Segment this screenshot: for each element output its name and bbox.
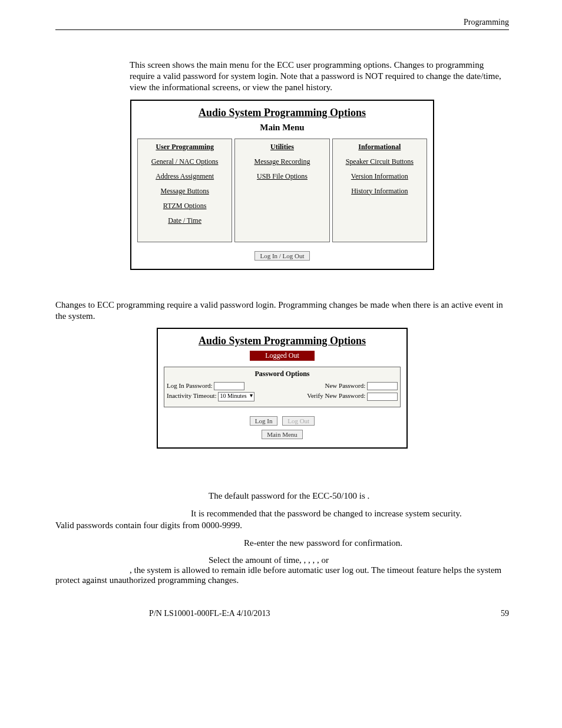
logout-button[interactable]: Log Out [282,416,315,426]
intro-paragraph: This screen shows the main menu for the … [55,60,509,94]
col-head: Informational [335,143,424,151]
tail-line-3: Re-enter the new password for confirmati… [55,538,509,548]
figure-password-options: Audio System Programming Options Logged … [157,328,408,449]
running-header: Programming [55,18,509,27]
figure-main-menu: Audio System Programming Options Main Me… [130,100,434,270]
label-inactivity-timeout: Inactivity Timeout: [167,392,217,399]
link-message-recording[interactable]: Message Recording [237,157,326,166]
fig1-subtitle: Main Menu [137,123,427,133]
tail-line-4: Select the amount of time, , , , , or , … [55,555,509,585]
login-button[interactable]: Log In [250,416,278,426]
link-usb-file-options[interactable]: USB File Options [237,172,326,181]
label-new-password: New Password: [325,382,366,389]
header-rule [55,29,509,30]
link-rtzm-options[interactable]: RTZM Options [140,202,229,210]
link-message-buttons[interactable]: Message Buttons [140,187,229,196]
link-history-information[interactable]: History Information [335,187,424,196]
fig2-title: Audio System Programming Options [164,335,401,347]
col-user-programming: User Programming General / NAC Options A… [137,139,232,242]
col-informational: Informational Speaker Circuit Buttons Ve… [332,139,427,242]
new-password-input[interactable] [367,382,398,390]
label-login-password: Log In Password: [167,382,213,389]
login-logout-button[interactable]: Log In / Log Out [254,251,309,261]
link-version-information[interactable]: Version Information [335,172,424,181]
verify-password-input[interactable] [367,393,398,401]
footer-page-number: 59 [501,609,509,618]
tail-line-2: It is recommended that the password be c… [55,508,509,531]
link-speaker-circuit-buttons[interactable]: Speaker Circuit Buttons [335,157,424,166]
link-general-nac[interactable]: General / NAC Options [140,157,229,166]
main-menu-button[interactable]: Main Menu [262,430,303,439]
login-status: Logged Out [250,351,315,361]
col-head: User Programming [140,143,229,151]
link-address-assignment[interactable]: Address Assignment [140,172,229,181]
fig1-title: Audio System Programming Options [137,107,427,119]
footer-pn: P/N LS10001-000FL-E:A 4/10/2013 [55,609,364,618]
mid-paragraph: Changes to ECC programming require a val… [55,299,509,322]
link-date-time[interactable]: Date / Time [140,216,229,225]
inactivity-timeout-select[interactable]: 10 Minutes [218,392,254,401]
page-footer: P/N LS10001-000FL-E:A 4/10/2013 59 [55,609,509,618]
fig1-columns: User Programming General / NAC Options A… [137,139,427,242]
col-head: Utilities [237,143,326,151]
password-panel: Password Options Log In Password: New Pa… [164,367,401,407]
label-verify-password: Verify New Password: [307,392,365,399]
tail-line-1: The default password for the ECC-50/100 … [55,491,509,501]
login-password-input[interactable] [214,382,244,390]
password-panel-head: Password Options [167,370,398,378]
col-utilities: Utilities Message Recording USB File Opt… [234,139,329,242]
